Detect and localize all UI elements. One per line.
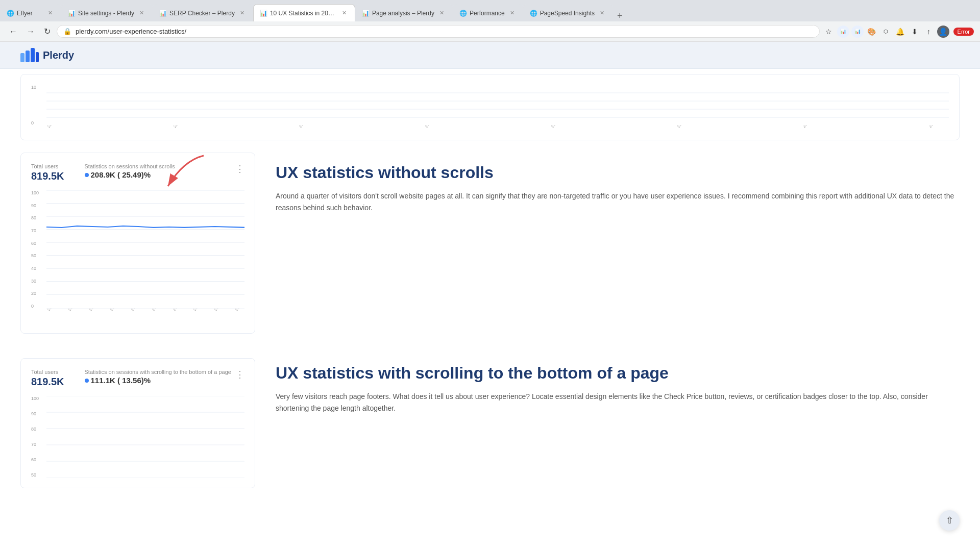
section1-title: UX statistics without scrolls [276, 163, 960, 182]
plerdy-logo-icon [20, 48, 39, 62]
section1-chart-inner [46, 190, 244, 309]
section1-menu[interactable]: ⋮ [235, 163, 244, 174]
tab-eflyer[interactable]: 🌐 Eflyer ✕ [0, 4, 61, 21]
toolbar: ← → ↻ 🔒 plerdy.com/user-experience-stati… [0, 21, 980, 41]
ext-icon3[interactable]: 🔔 [894, 26, 906, 38]
section2-row: Total users 819.5K Statistics on session… [20, 358, 960, 500]
profile-icon[interactable]: 👤 [937, 26, 949, 38]
section2-chart-inner [46, 396, 244, 478]
tab-pagespeed[interactable]: 🌐 PageSpeed Insights ✕ [523, 4, 613, 21]
ext-icon5[interactable]: ↑ [923, 26, 935, 38]
eflyer-favicon: 🌐 [7, 10, 14, 17]
tab-site-settings-close[interactable]: ✕ [137, 9, 146, 17]
partial-y-bottom: 0 [31, 120, 45, 126]
star-icon[interactable]: ☆ [823, 26, 835, 38]
page-analysis-favicon: 📊 [362, 10, 369, 17]
x-label-partial-2: 2024-06-20 [173, 126, 198, 136]
svg-rect-2 [31, 48, 35, 62]
section1-x-labels: 2024-06-16 2024-06-18 2024-06-20 2024-06… [46, 309, 244, 323]
section2-y-labels: 100 90 80 70 60 50 [31, 396, 45, 478]
section2-total-label: Total users [31, 369, 64, 375]
section2-card-header: Total users 819.5K Statistics on session… [31, 369, 244, 388]
tab-bar: 🌐 Eflyer ✕ 📊 Site settings - Plerdy ✕ 📊 … [0, 0, 980, 21]
section1-text: UX statistics without scrolls Around a q… [276, 153, 960, 213]
tab-eflyer-label: Eflyer [17, 10, 43, 17]
x-label-partial-7: 2024-07-10 [802, 126, 827, 136]
chart-card-section1: Total users 819.5K Statistics on session… [20, 153, 255, 334]
section1-chart: 100 90 80 70 60 50 40 30 20 0 [31, 190, 244, 323]
address-text: plerdy.com/user-experience-statistics/ [76, 28, 813, 35]
tab-ux-close[interactable]: ✕ [340, 9, 349, 17]
tab-ux-statistics[interactable]: 📊 10 UX Statistics in 2024 – Pie... ✕ [253, 4, 355, 21]
x-label-partial-5: 2024-07-02 [550, 126, 575, 136]
section1-svg [46, 190, 244, 309]
address-bar[interactable]: 🔒 plerdy.com/user-experience-statistics/ [57, 25, 820, 38]
tab-ux-label: 10 UX Statistics in 2024 – Pie... [270, 10, 337, 17]
tab-serp-close[interactable]: ✕ [238, 9, 247, 17]
performance-favicon: 🌐 [459, 10, 467, 17]
ext-icon4[interactable]: ⬇ [909, 26, 921, 38]
tab-site-settings[interactable]: 📊 Site settings - Plerdy ✕ [61, 4, 153, 21]
tab-performance-label: Performance [470, 10, 505, 17]
tab-pagespeed-label: PageSpeed Insights [540, 10, 595, 17]
scroll-to-top-button[interactable]: ⇧ [939, 510, 960, 531]
lock-icon: 🔒 [63, 28, 71, 35]
tab-eflyer-close[interactable]: ✕ [46, 9, 55, 17]
section2-total-value: 819.5K [31, 376, 64, 388]
ux-favicon: 📊 [260, 10, 267, 17]
section2-meta: Total users 819.5K Statistics on session… [31, 369, 231, 388]
error-badge: Error [953, 28, 974, 36]
plerdy-ext-icon[interactable]: 📊 [837, 26, 849, 38]
section1-total-value: 819.5K [31, 170, 64, 182]
section2-total-users: Total users 819.5K [31, 369, 64, 388]
x-label-partial-8: 2024-07-14 [928, 126, 949, 136]
section2-stats-label: Statistics on sessions with scrolling to… [85, 369, 231, 375]
section2-dot [85, 379, 89, 383]
tab-performance[interactable]: 🌐 Performance ✕ [453, 4, 523, 21]
plerdy-ext-icon2[interactable]: 📊 [851, 26, 864, 38]
section2-description: Very few visitors reach page footers. Wh… [276, 391, 960, 414]
x-label-partial-3: 2024-06-24 [298, 126, 323, 136]
pagespeed-favicon: 🌐 [530, 10, 537, 17]
section2-stats: Statistics on sessions with scrolling to… [85, 369, 231, 388]
svg-rect-1 [26, 51, 30, 62]
section2-svg [46, 396, 244, 478]
reload-button[interactable]: ↻ [41, 24, 54, 38]
tab-serp-checker[interactable]: 📊 SERP Checker – Plerdy ✕ [153, 4, 253, 21]
serp-favicon: 📊 [159, 10, 166, 17]
ext-icon2[interactable]: ⬡ [880, 26, 892, 38]
new-tab-button[interactable]: + [613, 11, 627, 21]
x-label-partial-1: 2024-06-16 [46, 126, 71, 136]
section1-stats: Statistics on sessions without scrolls 2… [85, 163, 175, 182]
section1-card-header: Total users 819.5K Statistics on session… [31, 163, 244, 182]
section1-stats-value: 208.9K ( 25.49)% [85, 170, 175, 179]
partial-chart-svg [46, 85, 949, 126]
partial-y-top: 10 [31, 85, 45, 90]
browser-chrome: 🌐 Eflyer ✕ 📊 Site settings - Plerdy ✕ 📊 … [0, 0, 980, 42]
x-label-partial-4: 2024-06-28 [424, 126, 449, 136]
tab-pagespeed-close[interactable]: ✕ [598, 9, 606, 17]
toolbar-icons: ☆ 📊 📊 🎨 ⬡ 🔔 ⬇ ↑ 👤 Error [823, 26, 974, 38]
tab-page-analysis[interactable]: 📊 Page analysis – Plerdy ✕ [355, 4, 453, 21]
partial-chart-card: 10 0 2024-06-16 2024-06-20 2024-06-24 20… [20, 74, 960, 140]
section1-y-labels: 100 90 80 70 60 50 40 30 20 0 [31, 190, 45, 309]
logo-text: Plerdy [43, 49, 74, 61]
tab-site-settings-label: Site settings - Plerdy [78, 10, 134, 17]
tab-page-analysis-close[interactable]: ✕ [437, 9, 446, 17]
tab-performance-close[interactable]: ✕ [508, 9, 517, 17]
section1-description: Around a quarter of visitors don't scrol… [276, 190, 960, 213]
back-button[interactable]: ← [6, 25, 20, 38]
tab-page-analysis-label: Page analysis – Plerdy [372, 10, 434, 17]
section2-stats-value: 111.1K ( 13.56)% [85, 376, 231, 385]
section1-meta: Total users 819.5K Statistics on session… [31, 163, 175, 182]
svg-rect-0 [20, 53, 24, 62]
site-settings-favicon: 📊 [68, 10, 75, 17]
logo-area: Plerdy [20, 48, 74, 62]
x-label-partial-6: 2024-07-06 [676, 126, 701, 136]
chart-card-section2: Total users 819.5K Statistics on session… [20, 358, 255, 488]
section1-total-label: Total users [31, 163, 64, 169]
forward-button[interactable]: → [23, 25, 38, 38]
tab-serp-label: SERP Checker – Plerdy [169, 10, 235, 17]
chrome-ext-icon[interactable]: 🎨 [866, 26, 878, 38]
section2-menu[interactable]: ⋮ [235, 369, 244, 380]
